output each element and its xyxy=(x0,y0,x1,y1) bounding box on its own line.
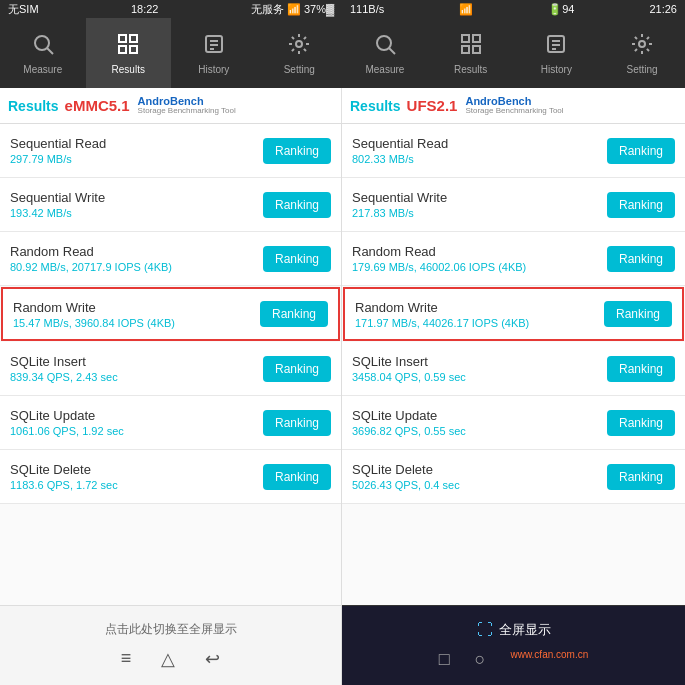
svg-rect-15 xyxy=(462,46,469,53)
nav-item-right-setting[interactable]: Setting xyxy=(599,18,685,88)
nav-label-right-0: Measure xyxy=(365,64,404,75)
panel-left: Sequential Read 297.79 MB/s Ranking Sequ… xyxy=(0,124,342,605)
table-row: Sequential Write 217.83 MB/s Ranking xyxy=(342,178,685,232)
ranking-button[interactable]: Ranking xyxy=(263,410,331,436)
ranking-button[interactable]: Ranking xyxy=(263,356,331,382)
table-row: SQLite Insert 839.34 QPS, 2.43 sec Ranki… xyxy=(0,342,341,396)
results-icon-left xyxy=(116,32,140,60)
ranking-button[interactable]: Ranking xyxy=(263,464,331,490)
ranking-button[interactable]: Ranking xyxy=(607,464,675,490)
table-row: SQLite Update 3696.82 QPS, 0.55 sec Rank… xyxy=(342,396,685,450)
nav-bars: MeasureResultsHistorySetting MeasureResu… xyxy=(0,18,685,88)
ranking-button[interactable]: Ranking xyxy=(607,246,675,272)
bench-name: SQLite Update xyxy=(352,408,607,423)
bench-value: 1183.6 QPS, 1.72 sec xyxy=(10,479,263,491)
nav-item-right-results[interactable]: Results xyxy=(428,18,514,88)
bench-info: SQLite Delete 1183.6 QPS, 1.72 sec xyxy=(10,462,263,491)
fullscreen-btn[interactable]: ⛶ 全屏显示 xyxy=(477,621,551,639)
ranking-button[interactable]: Ranking xyxy=(607,192,675,218)
table-row: SQLite Delete 1183.6 QPS, 1.72 sec Ranki… xyxy=(0,450,341,504)
svg-point-11 xyxy=(377,36,391,50)
status-bars: 无SIM 18:22 无服务 📶 37%▓ 111B/s 📶 🔋94 21:26 xyxy=(0,0,685,18)
table-row: Random Write 171.97 MB/s, 44026.17 IOPS … xyxy=(343,287,684,341)
bench-name: Sequential Write xyxy=(10,190,263,205)
svg-line-1 xyxy=(47,48,53,54)
nav-item-right-measure[interactable]: Measure xyxy=(342,18,428,88)
nav-label-left-0: Measure xyxy=(23,64,62,75)
ranking-button[interactable]: Ranking xyxy=(263,138,331,164)
nav-label-left-3: Setting xyxy=(284,64,315,75)
ranking-button[interactable]: Ranking xyxy=(604,301,672,327)
bench-value: 839.34 QPS, 2.43 sec xyxy=(10,371,263,383)
ranking-button[interactable]: Ranking xyxy=(263,192,331,218)
menu-icon[interactable]: ≡ xyxy=(121,648,132,670)
bench-value: 802.33 MB/s xyxy=(352,153,607,165)
back-icon[interactable]: ↩ xyxy=(205,648,220,670)
home-icon[interactable]: △ xyxy=(161,648,175,670)
svg-rect-2 xyxy=(119,35,126,42)
bottom-left-nav[interactable]: ≡ △ ↩ xyxy=(121,648,221,670)
time-left: 18:22 xyxy=(131,3,159,15)
bench-name: SQLite Insert xyxy=(352,354,607,369)
ranking-button[interactable]: Ranking xyxy=(607,138,675,164)
table-row: SQLite Delete 5026.43 QPS, 0.4 sec Ranki… xyxy=(342,450,685,504)
content-area: Sequential Read 297.79 MB/s Ranking Sequ… xyxy=(0,124,685,605)
table-row: Random Write 15.47 MB/s, 3960.84 IOPS (4… xyxy=(1,287,340,341)
nav-bar-left: MeasureResultsHistorySetting xyxy=(0,18,342,88)
bench-name: Sequential Read xyxy=(10,136,263,151)
carrier-left: 无SIM xyxy=(8,2,39,17)
ranking-button[interactable]: Ranking xyxy=(263,246,331,272)
nav-item-left-results[interactable]: Results xyxy=(86,18,172,88)
bench-name: Random Read xyxy=(10,244,263,259)
square-icon[interactable]: □ xyxy=(439,649,450,670)
svg-rect-16 xyxy=(473,46,480,53)
battery-right: 🔋94 xyxy=(548,3,574,16)
nav-item-right-history[interactable]: History xyxy=(514,18,600,88)
fullscreen-icon: ⛶ xyxy=(477,621,493,639)
bottom-left: 点击此处切换至全屏显示 ≡ △ ↩ xyxy=(0,605,342,685)
bench-value: 217.83 MB/s xyxy=(352,207,607,219)
info-right: 111B/s xyxy=(350,3,384,15)
ranking-button[interactable]: Ranking xyxy=(260,301,328,327)
bench-name: Random Write xyxy=(355,300,604,315)
bench-name: Random Read xyxy=(352,244,607,259)
panel-right: Sequential Read 802.33 MB/s Ranking Sequ… xyxy=(342,124,685,605)
nav-bar-right: MeasureResultsHistorySetting xyxy=(342,18,685,88)
bottom-area: 点击此处切换至全屏显示 ≡ △ ↩ ⛶ 全屏显示 □ ○ www.cfan.co… xyxy=(0,605,685,685)
bench-info: SQLite Insert 839.34 QPS, 2.43 sec xyxy=(10,354,263,383)
nav-label-right-3: Setting xyxy=(627,64,658,75)
results-label-right: Results xyxy=(350,98,401,114)
circle-icon[interactable]: ○ xyxy=(475,649,486,670)
svg-point-10 xyxy=(296,41,302,47)
bottom-right: ⛶ 全屏显示 □ ○ www.cfan.com.cn xyxy=(342,605,685,685)
bottom-right-nav[interactable]: □ ○ www.cfan.com.cn xyxy=(439,649,589,670)
bench-name: SQLite Update xyxy=(10,408,263,423)
bench-subtitle-right: Storage Benchmarking Tool xyxy=(465,107,563,115)
measure-icon-left xyxy=(31,32,55,60)
bench-value: 5026.43 QPS, 0.4 sec xyxy=(352,479,607,491)
table-row: Random Read 80.92 MB/s, 20717.9 IOPS (4K… xyxy=(0,232,341,286)
svg-rect-4 xyxy=(119,46,126,53)
bench-info: Sequential Read 802.33 MB/s xyxy=(352,136,607,165)
bench-info: Random Read 80.92 MB/s, 20717.9 IOPS (4K… xyxy=(10,244,263,273)
androbench-logo-left: AndroBench Storage Benchmarking Tool xyxy=(138,96,236,115)
svg-line-12 xyxy=(389,48,395,54)
bench-info: Random Write 15.47 MB/s, 3960.84 IOPS (4… xyxy=(13,300,260,329)
svg-rect-14 xyxy=(473,35,480,42)
setting-icon-left xyxy=(287,32,311,60)
nav-item-left-setting[interactable]: Setting xyxy=(257,18,343,88)
status-bar-right: 111B/s 📶 🔋94 21:26 xyxy=(342,0,685,18)
bench-name: SQLite Delete xyxy=(10,462,263,477)
bench-info: SQLite Update 1061.06 QPS, 1.92 sec xyxy=(10,408,263,437)
bench-name: SQLite Delete xyxy=(352,462,607,477)
bench-subtitle-left: Storage Benchmarking Tool xyxy=(138,107,236,115)
ranking-button[interactable]: Ranking xyxy=(607,410,675,436)
nav-item-left-history[interactable]: History xyxy=(171,18,257,88)
bench-info: Random Write 171.97 MB/s, 44026.17 IOPS … xyxy=(355,300,604,329)
nav-item-left-measure[interactable]: Measure xyxy=(0,18,86,88)
bench-value: 171.97 MB/s, 44026.17 IOPS (4KB) xyxy=(355,317,604,329)
bench-value: 3458.04 QPS, 0.59 sec xyxy=(352,371,607,383)
bench-value: 80.92 MB/s, 20717.9 IOPS (4KB) xyxy=(10,261,263,273)
ranking-button[interactable]: Ranking xyxy=(607,356,675,382)
svg-rect-3 xyxy=(130,35,137,42)
